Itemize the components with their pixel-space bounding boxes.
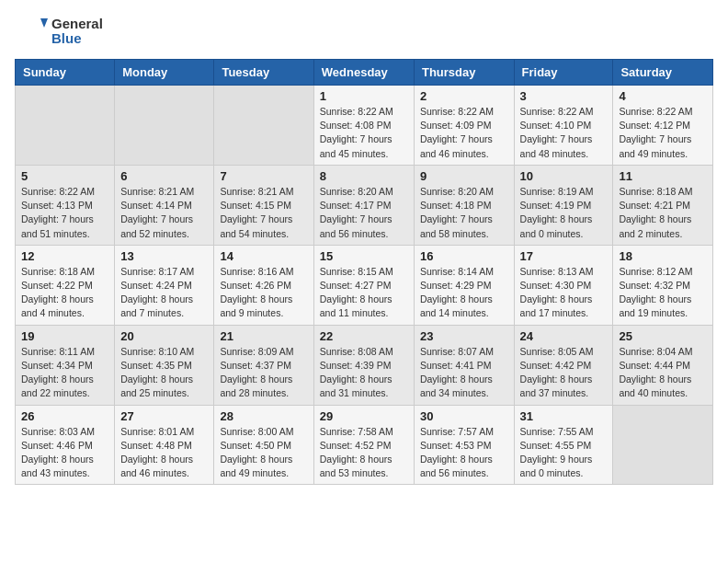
day-number: 2 bbox=[420, 89, 508, 103]
week-row-2: 5Sunrise: 8:22 AM Sunset: 4:13 PM Daylig… bbox=[16, 165, 713, 245]
day-info: Sunrise: 8:22 AM Sunset: 4:10 PM Dayligh… bbox=[520, 105, 608, 161]
day-cell: 20Sunrise: 8:10 AM Sunset: 4:35 PM Dayli… bbox=[115, 325, 214, 405]
day-info: Sunrise: 8:19 AM Sunset: 4:19 PM Dayligh… bbox=[520, 185, 608, 241]
day-number: 26 bbox=[21, 409, 108, 423]
day-cell: 18Sunrise: 8:12 AM Sunset: 4:32 PM Dayli… bbox=[613, 245, 713, 325]
day-cell: 7Sunrise: 8:21 AM Sunset: 4:15 PM Daylig… bbox=[214, 165, 313, 245]
day-number: 31 bbox=[520, 409, 608, 423]
day-cell: 22Sunrise: 8:08 AM Sunset: 4:39 PM Dayli… bbox=[313, 325, 414, 405]
day-info: Sunrise: 8:21 AM Sunset: 4:14 PM Dayligh… bbox=[120, 185, 208, 241]
day-number: 7 bbox=[220, 169, 307, 183]
day-info: Sunrise: 8:21 AM Sunset: 4:15 PM Dayligh… bbox=[220, 185, 307, 241]
day-info: Sunrise: 8:22 AM Sunset: 4:09 PM Dayligh… bbox=[420, 105, 508, 161]
svg-marker-0 bbox=[40, 18, 48, 28]
day-number: 21 bbox=[220, 329, 307, 343]
day-info: Sunrise: 8:08 AM Sunset: 4:39 PM Dayligh… bbox=[320, 345, 408, 401]
page-header: General Blue bbox=[15, 15, 713, 48]
day-cell: 16Sunrise: 8:14 AM Sunset: 4:29 PM Dayli… bbox=[414, 245, 514, 325]
day-number: 19 bbox=[21, 329, 108, 343]
day-info: Sunrise: 8:20 AM Sunset: 4:17 PM Dayligh… bbox=[320, 185, 408, 241]
day-cell: 8Sunrise: 8:20 AM Sunset: 4:17 PM Daylig… bbox=[313, 165, 414, 245]
day-cell: 15Sunrise: 8:15 AM Sunset: 4:27 PM Dayli… bbox=[313, 245, 414, 325]
day-cell: 5Sunrise: 8:22 AM Sunset: 4:13 PM Daylig… bbox=[16, 165, 115, 245]
day-info: Sunrise: 8:00 AM Sunset: 4:50 PM Dayligh… bbox=[220, 425, 307, 481]
day-cell: 14Sunrise: 8:16 AM Sunset: 4:26 PM Dayli… bbox=[214, 245, 313, 325]
day-number: 25 bbox=[619, 329, 707, 343]
day-cell: 1Sunrise: 8:22 AM Sunset: 4:08 PM Daylig… bbox=[313, 86, 414, 166]
svg-rect-1 bbox=[15, 15, 40, 48]
day-info: Sunrise: 8:11 AM Sunset: 4:34 PM Dayligh… bbox=[21, 345, 108, 401]
day-cell: 21Sunrise: 8:09 AM Sunset: 4:37 PM Dayli… bbox=[214, 325, 313, 405]
day-number: 9 bbox=[420, 169, 508, 183]
day-info: Sunrise: 7:55 AM Sunset: 4:55 PM Dayligh… bbox=[520, 425, 608, 481]
week-row-1: 1Sunrise: 8:22 AM Sunset: 4:08 PM Daylig… bbox=[16, 86, 713, 166]
week-row-4: 19Sunrise: 8:11 AM Sunset: 4:34 PM Dayli… bbox=[16, 325, 713, 405]
day-header-row: SundayMondayTuesdayWednesdayThursdayFrid… bbox=[16, 60, 713, 86]
day-number: 12 bbox=[21, 249, 108, 263]
day-cell: 19Sunrise: 8:11 AM Sunset: 4:34 PM Dayli… bbox=[16, 325, 115, 405]
col-header-monday: Monday bbox=[115, 60, 214, 86]
day-info: Sunrise: 8:14 AM Sunset: 4:29 PM Dayligh… bbox=[420, 265, 508, 321]
day-number: 20 bbox=[120, 329, 208, 343]
day-info: Sunrise: 8:16 AM Sunset: 4:26 PM Dayligh… bbox=[220, 265, 307, 321]
day-cell: 3Sunrise: 8:22 AM Sunset: 4:10 PM Daylig… bbox=[514, 86, 613, 166]
col-header-saturday: Saturday bbox=[613, 60, 713, 86]
day-cell: 24Sunrise: 8:05 AM Sunset: 4:42 PM Dayli… bbox=[514, 325, 613, 405]
day-info: Sunrise: 8:20 AM Sunset: 4:18 PM Dayligh… bbox=[420, 185, 508, 241]
day-info: Sunrise: 8:07 AM Sunset: 4:41 PM Dayligh… bbox=[420, 345, 508, 401]
day-cell bbox=[115, 86, 214, 166]
day-cell bbox=[214, 86, 313, 166]
day-cell: 31Sunrise: 7:55 AM Sunset: 4:55 PM Dayli… bbox=[514, 405, 613, 485]
day-cell: 2Sunrise: 8:22 AM Sunset: 4:09 PM Daylig… bbox=[414, 86, 514, 166]
day-cell: 10Sunrise: 8:19 AM Sunset: 4:19 PM Dayli… bbox=[514, 165, 613, 245]
day-info: Sunrise: 8:01 AM Sunset: 4:48 PM Dayligh… bbox=[120, 425, 208, 481]
day-info: Sunrise: 8:12 AM Sunset: 4:32 PM Dayligh… bbox=[619, 265, 707, 321]
day-info: Sunrise: 8:18 AM Sunset: 4:21 PM Dayligh… bbox=[619, 185, 707, 241]
day-number: 6 bbox=[120, 169, 208, 183]
day-number: 16 bbox=[420, 249, 508, 263]
day-cell: 6Sunrise: 8:21 AM Sunset: 4:14 PM Daylig… bbox=[115, 165, 214, 245]
logo-svg bbox=[15, 15, 48, 48]
day-number: 1 bbox=[320, 89, 408, 103]
day-cell: 9Sunrise: 8:20 AM Sunset: 4:18 PM Daylig… bbox=[414, 165, 514, 245]
day-cell: 13Sunrise: 8:17 AM Sunset: 4:24 PM Dayli… bbox=[115, 245, 214, 325]
day-number: 10 bbox=[520, 169, 608, 183]
day-info: Sunrise: 8:18 AM Sunset: 4:22 PM Dayligh… bbox=[21, 265, 108, 321]
day-cell: 12Sunrise: 8:18 AM Sunset: 4:22 PM Dayli… bbox=[16, 245, 115, 325]
col-header-tuesday: Tuesday bbox=[214, 60, 313, 86]
day-number: 27 bbox=[120, 409, 208, 423]
day-info: Sunrise: 7:57 AM Sunset: 4:53 PM Dayligh… bbox=[420, 425, 508, 481]
day-info: Sunrise: 8:17 AM Sunset: 4:24 PM Dayligh… bbox=[120, 265, 208, 321]
day-info: Sunrise: 8:22 AM Sunset: 4:08 PM Dayligh… bbox=[320, 105, 408, 161]
day-number: 5 bbox=[21, 169, 108, 183]
day-cell bbox=[613, 405, 713, 485]
day-number: 18 bbox=[619, 249, 707, 263]
day-cell: 17Sunrise: 8:13 AM Sunset: 4:30 PM Dayli… bbox=[514, 245, 613, 325]
day-cell bbox=[16, 86, 115, 166]
day-info: Sunrise: 8:09 AM Sunset: 4:37 PM Dayligh… bbox=[220, 345, 307, 401]
day-cell: 26Sunrise: 8:03 AM Sunset: 4:46 PM Dayli… bbox=[16, 405, 115, 485]
day-number: 17 bbox=[520, 249, 608, 263]
day-cell: 23Sunrise: 8:07 AM Sunset: 4:41 PM Dayli… bbox=[414, 325, 514, 405]
day-cell: 11Sunrise: 8:18 AM Sunset: 4:21 PM Dayli… bbox=[613, 165, 713, 245]
day-info: Sunrise: 8:22 AM Sunset: 4:13 PM Dayligh… bbox=[21, 185, 108, 241]
logo: General Blue bbox=[15, 15, 103, 48]
day-info: Sunrise: 8:10 AM Sunset: 4:35 PM Dayligh… bbox=[120, 345, 208, 401]
day-cell: 28Sunrise: 8:00 AM Sunset: 4:50 PM Dayli… bbox=[214, 405, 313, 485]
week-row-3: 12Sunrise: 8:18 AM Sunset: 4:22 PM Dayli… bbox=[16, 245, 713, 325]
day-number: 28 bbox=[220, 409, 307, 423]
day-info: Sunrise: 8:15 AM Sunset: 4:27 PM Dayligh… bbox=[320, 265, 408, 321]
day-number: 15 bbox=[320, 249, 408, 263]
day-info: Sunrise: 8:05 AM Sunset: 4:42 PM Dayligh… bbox=[520, 345, 608, 401]
logo-general-text: General bbox=[51, 17, 103, 32]
day-cell: 4Sunrise: 8:22 AM Sunset: 4:12 PM Daylig… bbox=[613, 86, 713, 166]
day-number: 4 bbox=[619, 89, 707, 103]
day-number: 22 bbox=[320, 329, 408, 343]
day-number: 29 bbox=[320, 409, 408, 423]
day-number: 13 bbox=[120, 249, 208, 263]
day-number: 23 bbox=[420, 329, 508, 343]
col-header-sunday: Sunday bbox=[16, 60, 115, 86]
day-number: 8 bbox=[320, 169, 408, 183]
day-number: 11 bbox=[619, 169, 707, 183]
day-number: 3 bbox=[520, 89, 608, 103]
